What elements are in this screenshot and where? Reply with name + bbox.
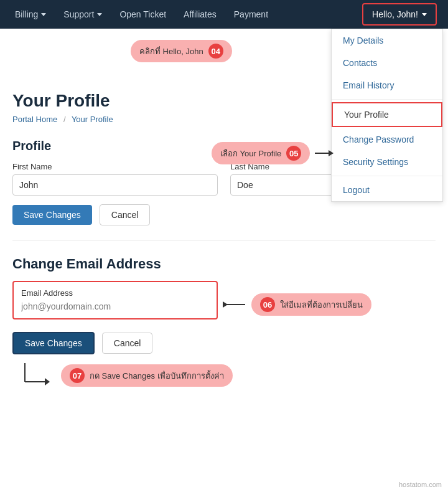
menu-your-profile[interactable]: Your Profile <box>332 102 442 127</box>
nav-support[interactable]: Support <box>55 0 111 29</box>
annotation-05: เลือก Your Profile 05 <box>212 142 334 164</box>
menu-my-details[interactable]: My Details <box>332 29 442 52</box>
menu-divider-1 <box>332 99 442 100</box>
change-email-title: Change Email Address <box>12 256 436 272</box>
email-form-group: Email Address <box>12 281 218 319</box>
footer-text: hostatom.com <box>399 481 442 488</box>
annotation-04: คลิกที่ Hello, John 04 <box>131 40 232 62</box>
save-changes-button-1[interactable]: Save Changes <box>12 205 92 225</box>
breadcrumb-home[interactable]: Portal Home <box>12 115 57 124</box>
menu-divider-2 <box>332 176 442 176</box>
first-name-input[interactable] <box>12 174 218 196</box>
hello-caret-icon <box>422 13 427 16</box>
nav-open-ticket[interactable]: Open Ticket <box>111 0 175 29</box>
section-divider <box>12 240 436 241</box>
nav-payment[interactable]: Payment <box>225 0 277 29</box>
annotation-06: 06 ใส่อีเมลที่ต้องการเปลี่ยน <box>224 293 371 316</box>
menu-contacts[interactable]: Contacts <box>332 52 442 74</box>
svg-marker-7 <box>45 378 50 386</box>
svg-marker-2 <box>329 150 334 156</box>
breadcrumb-current: Your Profile <box>72 115 113 124</box>
dropdown-menu: My Details Contacts Email History Your P… <box>331 29 443 202</box>
nav-billing[interactable]: Billing <box>6 0 55 29</box>
billing-caret-icon <box>41 13 46 16</box>
email-row: Email Address 06 ใส่อีเมลที่ต้องการเปลี่… <box>12 281 436 328</box>
menu-change-password[interactable]: Change Password <box>332 128 442 151</box>
first-name-group: First Name <box>12 162 218 196</box>
cancel-button-2[interactable]: Cancel <box>102 333 153 354</box>
email-input[interactable] <box>21 301 209 311</box>
profile-btn-row: Save Changes Cancel <box>12 204 436 225</box>
cancel-button-1[interactable]: Cancel <box>100 204 151 225</box>
menu-logout[interactable]: Logout <box>332 179 442 201</box>
save-changes-button-2[interactable]: Save Changes <box>12 332 95 354</box>
navbar: Billing Support Open Ticket Affiliates P… <box>0 0 448 29</box>
email-label: Email Address <box>21 288 209 298</box>
annotation-07: 07 กด Save Changes เพื่อบันทึกการตั้งค่า <box>19 363 436 388</box>
support-caret-icon <box>97 13 102 16</box>
nav-affiliates[interactable]: Affiliates <box>175 0 225 29</box>
email-btn-area: Save Changes Cancel 07 กด Save Changes เ… <box>12 332 436 388</box>
menu-security-settings[interactable]: Security Settings <box>332 151 442 173</box>
svg-marker-4 <box>223 301 228 308</box>
menu-email-history[interactable]: Email History <box>332 74 442 97</box>
email-btn-row: Save Changes Cancel <box>12 332 436 354</box>
nav-hello-button[interactable]: Hello, John! <box>362 3 437 26</box>
first-name-label: First Name <box>12 162 218 171</box>
